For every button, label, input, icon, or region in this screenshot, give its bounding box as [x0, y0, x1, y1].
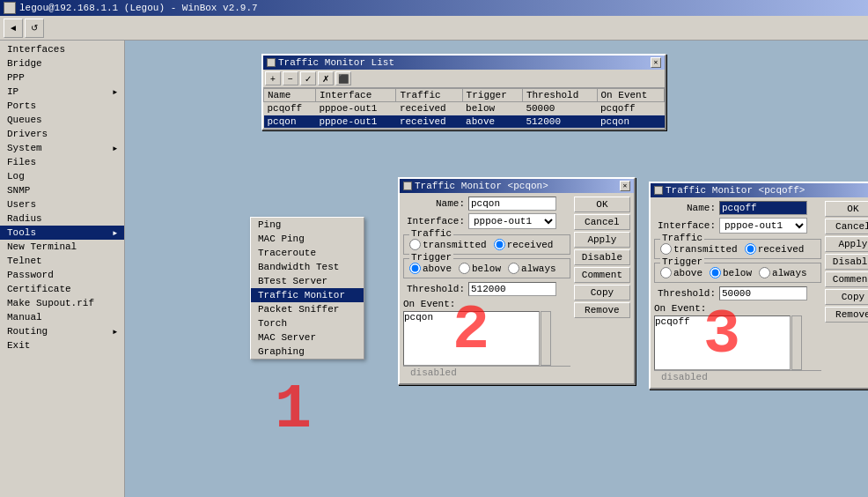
main-layout: Interfaces Bridge PPP IP ► Ports Queues …: [0, 41, 868, 497]
sidebar-item-users[interactable]: Users: [0, 197, 124, 211]
pcqon-always-option[interactable]: always: [508, 263, 556, 274]
pcqon-close[interactable]: ✕: [620, 181, 630, 191]
pcqoff-apply-btn[interactable]: Apply: [825, 236, 868, 252]
sidebar-item-bridge[interactable]: Bridge: [0, 56, 124, 70]
pcqon-title-bar[interactable]: Traffic Monitor <pcqon> ✕: [400, 179, 634, 193]
pcqoff-status-label: disabled: [658, 370, 711, 384]
sidebar-item-tools[interactable]: Tools ►: [0, 226, 124, 240]
submenu-mac-ping[interactable]: MAC Ping: [251, 232, 364, 246]
sidebar-item-log[interactable]: Log: [0, 169, 124, 183]
table-row[interactable]: pcqoff pppoe-out1 received below 50000 p…: [264, 102, 665, 115]
pcqon-copy-btn[interactable]: Copy: [574, 285, 630, 300]
row2-traffic: received: [396, 115, 462, 129]
sidebar-item-drivers[interactable]: Drivers: [0, 127, 124, 141]
sidebar-item-password[interactable]: Password: [0, 268, 124, 282]
pcqon-scrollbar[interactable]: [541, 311, 551, 366]
submenu-mac-server[interactable]: MAC Server: [251, 330, 364, 345]
submenu-torch[interactable]: Torch: [251, 316, 364, 330]
pcqoff-always-radio[interactable]: [759, 267, 770, 278]
pcqon-on-event-label: On Event:: [403, 299, 570, 309]
pcqon-transmitted-option[interactable]: transmitted: [409, 239, 487, 250]
table-row[interactable]: pcqon pppoe-out1 received above 512000 p…: [264, 115, 665, 129]
pcqon-content: Name: Interface: pppoe-out1 Traffic: [400, 193, 634, 383]
monitor-list-close[interactable]: ✕: [651, 57, 661, 68]
sidebar-item-telnet[interactable]: Telnet: [0, 254, 124, 268]
sidebar-item-ppp[interactable]: PPP: [0, 70, 124, 85]
pcqoff-remove-btn[interactable]: Remove: [825, 307, 868, 323]
submenu-bandwidth-test[interactable]: Bandwidth Test: [251, 260, 364, 274]
pcqon-below-radio[interactable]: [459, 263, 470, 274]
pcqoff-scrollbar[interactable]: [791, 315, 802, 370]
pcqoff-threshold-input[interactable]: [719, 286, 807, 300]
pcqon-ok-btn[interactable]: OK: [574, 197, 630, 212]
sidebar-item-system[interactable]: System ►: [0, 141, 124, 155]
pcqoff-received-radio[interactable]: [745, 243, 756, 255]
refresh-button[interactable]: ↺: [25, 19, 44, 38]
monitor-list-title-bar[interactable]: Traffic Monitor List ✕: [263, 56, 665, 70]
list-remove-btn[interactable]: −: [283, 71, 298, 85]
pcqon-above-option[interactable]: above: [409, 263, 452, 274]
list-cross-btn[interactable]: ✗: [318, 71, 334, 85]
pcqoff-received-option[interactable]: received: [745, 243, 805, 255]
monitor-table: Name Interface Traffic Trigger Threshold…: [263, 88, 665, 129]
pcqon-on-event-textarea[interactable]: pcqon: [403, 311, 540, 366]
pcqoff-cancel-btn[interactable]: Cancel: [825, 219, 868, 234]
pcqoff-below-option[interactable]: below: [710, 267, 752, 278]
app-title: legou@192.168.1.1 (Legou) - WinBox v2.9.…: [19, 3, 258, 13]
submenu-ping[interactable]: Ping: [251, 218, 364, 232]
back-button[interactable]: ◄: [4, 19, 23, 38]
pcqoff-always-option[interactable]: always: [759, 267, 807, 278]
pcqoff-transmitted-option[interactable]: transmitted: [660, 243, 738, 255]
pcqon-traffic-radios: transmitted received: [409, 239, 564, 250]
submenu-btest-server[interactable]: BTest Server: [251, 274, 364, 288]
pcqon-received-option[interactable]: received: [494, 239, 554, 250]
pcqon-name-input[interactable]: [468, 197, 556, 211]
pcqoff-title-bar[interactable]: Traffic Monitor <pcqoff> ✕: [651, 183, 868, 197]
pcqon-always-radio[interactable]: [508, 263, 519, 274]
sidebar-item-ports[interactable]: Ports: [0, 99, 124, 113]
pcqon-above-radio[interactable]: [409, 263, 421, 274]
pcqon-transmitted-radio[interactable]: [409, 239, 421, 250]
pcqoff-on-event-textarea[interactable]: pcqoff: [654, 315, 791, 370]
sidebar-item-routing[interactable]: Routing ►: [0, 324, 124, 338]
sidebar-item-ip[interactable]: IP ►: [0, 85, 124, 99]
pcqon-below-option[interactable]: below: [459, 263, 501, 274]
pcqon-threshold-input[interactable]: [468, 282, 556, 296]
list-box-btn[interactable]: ⬛: [335, 71, 351, 85]
pcqon-disable-btn[interactable]: Disable: [574, 249, 630, 265]
sidebar-item-snmp[interactable]: SNMP: [0, 183, 124, 197]
pcqoff-above-radio[interactable]: [660, 267, 672, 278]
submenu-traceroute[interactable]: Traceroute: [251, 246, 364, 260]
pcqon-apply-btn[interactable]: Apply: [574, 232, 630, 248]
ip-arrow: ►: [113, 88, 117, 96]
pcqon-interface-select[interactable]: pppoe-out1: [468, 213, 556, 229]
submenu-packet-sniffer[interactable]: Packet Sniffer: [251, 302, 364, 316]
submenu-traffic-monitor[interactable]: Traffic Monitor: [251, 288, 364, 302]
pcqon-cancel-btn[interactable]: Cancel: [574, 214, 630, 230]
pcqon-icon: [403, 182, 412, 190]
pcqoff-name-input[interactable]: [719, 201, 807, 215]
pcqoff-above-option[interactable]: above: [660, 267, 702, 278]
pcqoff-transmitted-radio[interactable]: [660, 243, 672, 255]
sidebar-item-certificate[interactable]: Certificate: [0, 282, 124, 296]
pcqoff-interface-select[interactable]: pppoe-out1: [719, 218, 807, 234]
list-add-btn[interactable]: +: [265, 71, 281, 85]
pcqon-remove-btn[interactable]: Remove: [574, 302, 630, 318]
sidebar-item-queues[interactable]: Queues: [0, 113, 124, 127]
pcqoff-copy-btn[interactable]: Copy: [825, 289, 868, 305]
pcqon-comment-btn[interactable]: Comment: [574, 267, 630, 283]
list-check-btn[interactable]: ✓: [300, 71, 316, 85]
sidebar-item-manual[interactable]: Manual: [0, 310, 124, 324]
sidebar-item-radius[interactable]: Radius: [0, 211, 124, 226]
submenu-graphing[interactable]: Graphing: [251, 345, 364, 359]
sidebar-item-files[interactable]: Files: [0, 155, 124, 169]
sidebar-item-make-supout[interactable]: Make Supout.rif: [0, 296, 124, 310]
sidebar-item-new-terminal[interactable]: New Terminal: [0, 240, 124, 254]
pcqon-received-radio[interactable]: [494, 239, 505, 250]
pcqoff-comment-btn[interactable]: Comment: [825, 271, 868, 287]
sidebar-item-interfaces[interactable]: Interfaces: [0, 42, 124, 56]
sidebar-item-exit[interactable]: Exit: [0, 338, 124, 352]
pcqoff-below-radio[interactable]: [710, 267, 721, 278]
pcqoff-ok-btn[interactable]: OK: [825, 201, 868, 217]
pcqoff-disable-btn[interactable]: Disable: [825, 254, 868, 270]
